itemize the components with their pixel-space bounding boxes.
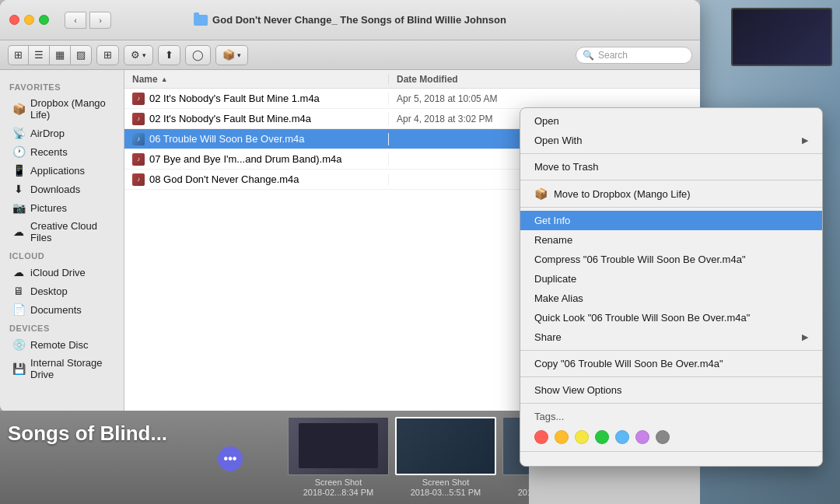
- cm-separator: [520, 376, 822, 377]
- maximize-button[interactable]: [39, 15, 49, 25]
- sidebar-item-pictures[interactable]: 📷 Pictures: [3, 198, 121, 217]
- folder-icon: [194, 15, 208, 26]
- nav-buttons: ‹ ›: [65, 12, 111, 29]
- sidebar-item-dropbox[interactable]: 📦 Dropbox (Mango Life): [3, 94, 121, 124]
- more-options-button[interactable]: •••: [218, 446, 243, 471]
- tag-yellow[interactable]: [575, 430, 589, 444]
- sidebar-item-label: Downloads: [30, 184, 80, 195]
- file-icon: ♪: [132, 153, 145, 166]
- sidebar-item-internal-storage[interactable]: 💾 Internal Storage Drive: [3, 354, 121, 383]
- sidebar-item-label: Dropbox (Mango Life): [30, 97, 111, 121]
- col-name-header[interactable]: Name ▲: [124, 74, 389, 85]
- cm-tags-label: Tags...: [520, 407, 822, 426]
- sidebar-item-creative-cloud[interactable]: ☁ Creative Cloud Files: [3, 217, 121, 247]
- file-name-cell: ♪ 06 Trouble Will Soon Be Over.m4a: [124, 133, 389, 145]
- favorites-label: Favorites: [0, 78, 124, 94]
- sidebar-item-icloud-drive[interactable]: ☁ iCloud Drive: [3, 263, 121, 282]
- minimize-button[interactable]: [24, 15, 34, 25]
- bottom-strip: Songs of Blind... ••• Screen Shot2018-02…: [0, 411, 529, 504]
- dropbox-menu-icon: 📦: [534, 187, 548, 200]
- sidebar-item-label: Remote Disc: [30, 339, 88, 351]
- cm-tags-row: [520, 426, 822, 448]
- devices-label: Devices: [0, 319, 124, 335]
- cm-show-view-options[interactable]: Show View Options: [520, 380, 822, 400]
- view-options-btn[interactable]: ⊞: [96, 45, 119, 65]
- cm-share[interactable]: Share ▶: [520, 327, 822, 347]
- sidebar-item-label: Recents: [30, 146, 68, 158]
- sidebar-item-label: Creative Cloud Files: [30, 220, 111, 243]
- search-bar[interactable]: 🔍 Search: [576, 47, 692, 64]
- applications-icon: 📱: [12, 164, 25, 177]
- col-date-header[interactable]: Date Modified: [389, 74, 700, 85]
- sidebar-item-applications[interactable]: 📱 Applications: [3, 161, 121, 180]
- file-name-cell: ♪ 02 It's Nobody's Fault But Mine.m4a: [124, 113, 389, 125]
- forward-button[interactable]: ›: [89, 12, 111, 29]
- view-gallery-btn[interactable]: ▨: [70, 45, 92, 65]
- file-icon: ♪: [132, 173, 145, 186]
- search-placeholder: Search: [598, 50, 628, 61]
- sidebar-item-downloads[interactable]: ⬇ Downloads: [3, 180, 121, 198]
- sidebar-item-label: Desktop: [30, 285, 68, 297]
- tag-green[interactable]: [595, 430, 609, 444]
- cm-separator: [520, 403, 822, 404]
- cm-duplicate[interactable]: Duplicate: [520, 269, 822, 289]
- search-icon: 🔍: [583, 50, 594, 61]
- sidebar-item-airdrop[interactable]: 📡 AirDrop: [3, 124, 121, 142]
- file-icon: ♪: [132, 133, 145, 145]
- documents-icon: 📄: [12, 303, 25, 316]
- cm-separator: [520, 180, 822, 180]
- cm-make-alias[interactable]: Make Alias: [520, 289, 822, 308]
- tag-red[interactable]: [534, 430, 548, 444]
- file-name-cell: ♪ 07 Bye and Bye I'm...and Drum Band).m4…: [124, 153, 389, 166]
- view-icon-btn[interactable]: ⊞: [8, 45, 28, 65]
- sidebar-item-label: Applications: [30, 165, 85, 177]
- view-buttons: ⊞ ☰ ▦ ▨: [8, 45, 92, 65]
- cm-move-trash[interactable]: Move to Trash: [520, 157, 822, 177]
- cm-move-dropbox[interactable]: 📦 Move to Dropbox (Mango Life): [520, 184, 822, 204]
- thumbnail-image: [288, 417, 389, 475]
- thumbnail-item[interactable]: Screen Shot2018-02...8:34 PM: [288, 417, 389, 498]
- cm-separator: [520, 207, 822, 208]
- icloud-label: iCloud: [0, 247, 124, 263]
- sidebar-item-label: Documents: [30, 304, 82, 316]
- thumbnail-item[interactable]: Screen Shot2018-03...5:51 PM: [395, 417, 496, 498]
- cm-rename[interactable]: Rename: [520, 230, 822, 250]
- sidebar-item-desktop[interactable]: 🖥 Desktop: [3, 282, 121, 300]
- desktop-icon: 🖥: [12, 285, 25, 297]
- cm-quick-look[interactable]: Quick Look "06 Trouble Will Soon Be Over…: [520, 308, 822, 327]
- cm-open-with[interactable]: Open With ▶: [520, 131, 822, 150]
- view-list-btn[interactable]: ☰: [28, 45, 49, 65]
- cm-copy[interactable]: Copy "06 Trouble Will Soon Be Over.m4a": [520, 354, 822, 373]
- sidebar-item-label: Internal Storage Drive: [30, 357, 111, 380]
- dropbox-btn[interactable]: 📦▾: [215, 45, 248, 65]
- cm-get-info[interactable]: Get Info: [520, 211, 822, 230]
- cm-open[interactable]: Open: [520, 111, 822, 131]
- sidebar-item-documents[interactable]: 📄 Documents: [3, 300, 121, 319]
- sidebar-item-recents[interactable]: 🕐 Recents: [3, 142, 121, 161]
- cm-separator: [520, 350, 822, 351]
- file-row[interactable]: ♪ 02 It's Nobody's Fault But Mine 1.m4a …: [124, 89, 700, 109]
- dropbox-icon: 📦: [12, 103, 25, 115]
- sort-icon: ▲: [161, 75, 168, 83]
- thumbnail-label: Screen Shot2018-03...7:20 PM: [518, 478, 529, 498]
- action-btn[interactable]: ⚙▾: [124, 45, 153, 65]
- file-icon: ♪: [132, 113, 145, 125]
- sidebar-item-remote-disc[interactable]: 💿 Remote Disc: [3, 335, 121, 354]
- sidebar-item-label: AirDrop: [30, 128, 65, 139]
- back-button[interactable]: ‹: [65, 12, 86, 29]
- cm-compress[interactable]: Compress "06 Trouble Will Soon Be Over.m…: [520, 250, 822, 269]
- tag-btn[interactable]: ◯: [185, 45, 211, 65]
- share-btn[interactable]: ⬆: [158, 45, 180, 65]
- sidebar-item-label: Pictures: [30, 202, 67, 214]
- tag-gray[interactable]: [656, 430, 670, 444]
- cm-encode[interactable]: [520, 455, 822, 463]
- tag-blue[interactable]: [615, 430, 629, 444]
- remote-disc-icon: 💿: [12, 338, 25, 351]
- close-button[interactable]: [9, 15, 19, 25]
- view-columns-btn[interactable]: ▦: [49, 45, 70, 65]
- top-right-thumbnail[interactable]: [731, 8, 832, 66]
- tag-orange[interactable]: [555, 430, 569, 444]
- tag-purple[interactable]: [635, 430, 649, 444]
- internal-storage-icon: 💾: [12, 362, 25, 375]
- downloads-icon: ⬇: [12, 183, 25, 195]
